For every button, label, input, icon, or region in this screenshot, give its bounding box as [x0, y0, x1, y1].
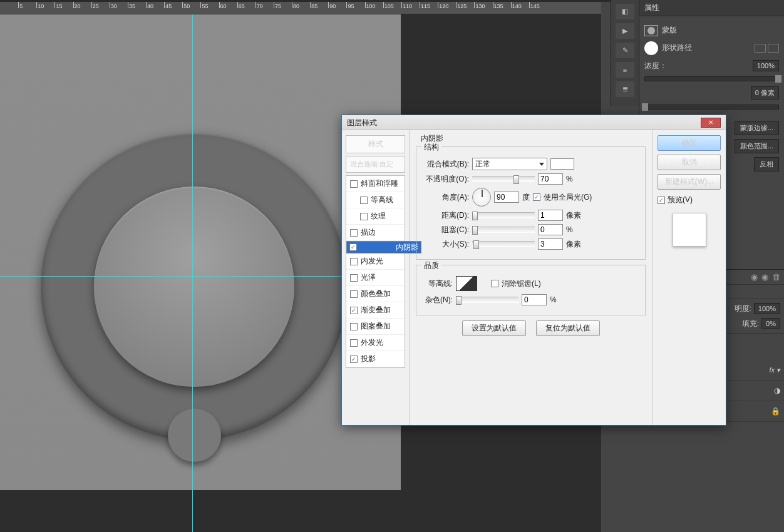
choke-label: 阻塞(C): — [423, 225, 469, 235]
style-checkbox[interactable] — [350, 258, 358, 265]
choke-slider[interactable] — [472, 227, 535, 233]
adjustment-icon: ◑ — [774, 386, 780, 395]
style-checkbox[interactable] — [350, 307, 358, 314]
opacity-label: 明度: — [735, 304, 751, 314]
select-icon[interactable] — [768, 44, 779, 53]
close-button[interactable]: ✕ — [701, 118, 721, 128]
density-slider[interactable] — [644, 76, 779, 81]
set-default-button[interactable]: 设置为默认值 — [462, 320, 526, 336]
style-item[interactable]: 颜色叠加 — [346, 286, 405, 302]
feather-slider[interactable] — [644, 105, 779, 110]
style-checkbox[interactable] — [360, 197, 368, 204]
angle-input[interactable] — [494, 192, 519, 203]
style-item[interactable]: 投影 — [346, 351, 405, 367]
play-icon[interactable]: ▶ — [616, 23, 634, 39]
distance-input[interactable] — [538, 210, 563, 221]
ok-button[interactable]: 确定 — [658, 135, 721, 151]
blend-options-item[interactable]: 混合选项:自定 — [346, 156, 405, 173]
artboard — [0, 14, 401, 490]
size-input[interactable] — [538, 238, 563, 250]
degree-unit: 度 — [522, 192, 530, 203]
layer-fill-value[interactable]: 0% — [761, 318, 780, 329]
link-icon[interactable] — [755, 44, 766, 53]
size-slider[interactable] — [472, 241, 535, 247]
opacity-input[interactable] — [538, 173, 563, 185]
panel-toolstrip: ◧ ▶ ✎ ≡ ≣ — [611, 0, 639, 106]
preview-checkbox[interactable] — [658, 197, 665, 204]
blend-mode-select[interactable]: 正常 — [472, 158, 547, 170]
lock-icon[interactable]: 🔒 — [771, 407, 780, 416]
percent-unit: % — [550, 295, 557, 304]
brush-icon[interactable]: ✎ — [616, 43, 634, 58]
style-label: 图案叠加 — [361, 321, 391, 332]
layer-opacity-value[interactable]: 100% — [754, 303, 780, 314]
tool-icon[interactable]: ◧ — [616, 4, 634, 19]
effect-settings: 内阴影 结构 混合模式(B): 正常 不透明度(O): % 角度(A): — [410, 130, 652, 425]
style-checkbox[interactable] — [350, 323, 358, 330]
style-checkbox[interactable] — [360, 213, 368, 220]
opacity-slider[interactable] — [472, 176, 535, 182]
style-item[interactable]: 内发光 — [346, 253, 405, 270]
properties-tab[interactable]: 属性 — [639, 0, 784, 16]
style-checkbox[interactable] — [350, 356, 358, 363]
style-checkbox[interactable] — [349, 243, 357, 251]
color-range-button[interactable]: 颜色范围... — [735, 139, 779, 153]
invert-button[interactable]: 反相 — [754, 157, 779, 171]
distance-slider[interactable] — [472, 212, 535, 218]
style-checkbox[interactable] — [350, 229, 358, 237]
style-checkbox[interactable] — [350, 290, 358, 298]
mask-edge-button[interactable]: 蒙版边缘... — [735, 121, 779, 135]
styles-heading[interactable]: 样式 — [346, 135, 405, 153]
shape-path-label: 形状路径 — [662, 43, 692, 52]
style-item[interactable]: 斜面和浮雕 — [346, 176, 405, 192]
shadow-color-swatch[interactable] — [550, 158, 574, 170]
style-label: 外发光 — [361, 337, 383, 348]
cancel-button[interactable]: 取消 — [658, 155, 721, 170]
style-item[interactable]: 图案叠加 — [346, 319, 405, 335]
noise-slider[interactable] — [456, 297, 518, 303]
contour-picker[interactable] — [456, 276, 477, 291]
style-item[interactable]: 渐变叠加 — [346, 302, 405, 319]
layers-icon[interactable]: ≣ — [616, 81, 634, 97]
adjust-icon[interactable]: ≡ — [616, 62, 634, 78]
antialias-checkbox[interactable] — [491, 280, 498, 287]
style-label: 内发光 — [361, 256, 383, 267]
noise-input[interactable] — [522, 294, 547, 305]
style-checkbox[interactable] — [350, 180, 358, 188]
angle-dial[interactable] — [472, 188, 491, 207]
group-structure-legend: 结构 — [421, 142, 441, 153]
dialog-title: 图层样式 — [347, 115, 377, 130]
visibility-filter-icon[interactable]: ◉ — [761, 272, 768, 282]
new-style-button[interactable]: 新建样式(W)... — [658, 174, 721, 190]
angle-label: 角度(A): — [423, 192, 469, 203]
percent-unit: % — [566, 225, 573, 234]
style-label: 斜面和浮雕 — [361, 178, 398, 189]
style-checkbox[interactable] — [350, 274, 358, 282]
style-item[interactable]: 光泽 — [346, 270, 405, 286]
fx-icon[interactable]: fx ▾ — [769, 366, 780, 374]
density-value[interactable]: 100% — [753, 60, 779, 71]
style-list-column: 样式 混合选项:自定 斜面和浮雕等高线纹理描边内阴影内发光光泽颜色叠加渐变叠加图… — [342, 130, 410, 425]
choke-input[interactable] — [538, 224, 563, 235]
style-item[interactable]: 等高线 — [346, 192, 405, 208]
reset-default-button[interactable]: 复位为默认值 — [536, 320, 600, 336]
shape-thumb-icon — [644, 41, 658, 55]
dialog-titlebar[interactable]: 图层样式 ✕ — [342, 115, 726, 130]
preview-thumbnail — [673, 213, 706, 247]
shape-pin — [168, 409, 221, 462]
style-label: 颜色叠加 — [361, 289, 391, 299]
style-item[interactable]: 外发光 — [346, 335, 405, 351]
feather-value[interactable]: 0 像素 — [751, 86, 779, 100]
group-quality-legend: 品质 — [421, 260, 441, 271]
guide-vertical[interactable] — [192, 14, 193, 532]
visibility-filter-icon[interactable]: ◉ — [751, 272, 758, 282]
mask-icon — [644, 25, 658, 36]
dialog-right-column: 确定 取消 新建样式(W)... 预览(V) — [652, 130, 726, 425]
global-light-checkbox[interactable] — [533, 193, 540, 201]
px-unit: 像素 — [566, 210, 581, 221]
style-checkbox[interactable] — [350, 339, 358, 347]
global-light-label: 使用全局光(G) — [544, 192, 592, 203]
style-item[interactable]: 纹理 — [346, 208, 405, 225]
style-item[interactable]: 描边 — [346, 225, 405, 241]
trash-icon[interactable]: 🗑 — [772, 272, 780, 282]
